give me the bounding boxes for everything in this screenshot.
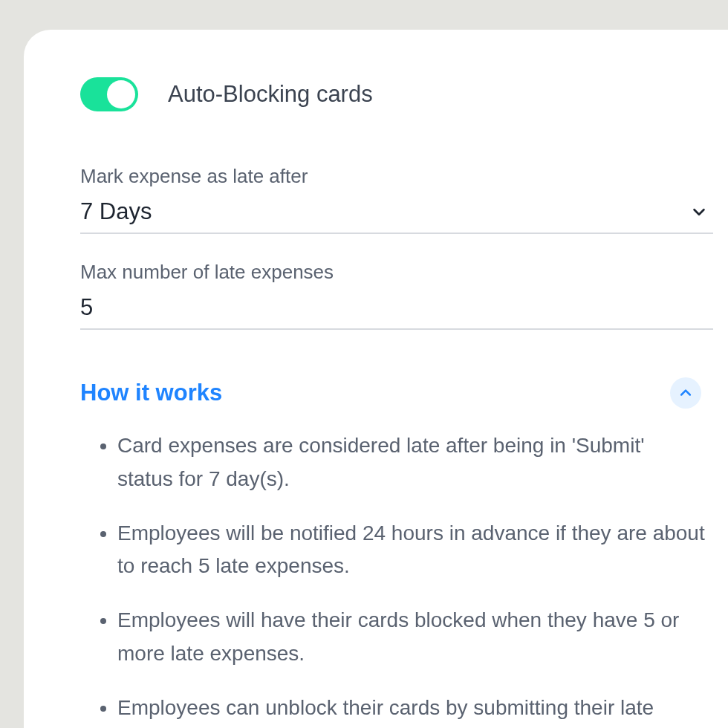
list-item: Card expenses are considered late after … — [117, 429, 706, 496]
max-late-input[interactable] — [80, 294, 713, 321]
list-item: Employees will be notified 24 hours in a… — [117, 517, 706, 584]
max-late-label: Max number of late expenses — [80, 261, 713, 284]
list-item: Employees can unblock their cards by sub… — [117, 692, 706, 728]
late-after-select[interactable]: 7 Days — [80, 198, 713, 234]
how-it-works-list: Card expenses are considered late after … — [80, 429, 713, 728]
auto-blocking-toggle[interactable] — [80, 77, 138, 111]
how-it-works-title: How it works — [80, 380, 222, 406]
chevron-up-icon — [670, 377, 701, 409]
max-late-field: Max number of late expenses — [80, 261, 713, 330]
auto-blocking-toggle-row: Auto-Blocking cards — [80, 77, 713, 111]
toggle-knob — [107, 80, 135, 108]
list-item: Employees will have their cards blocked … — [117, 604, 706, 671]
chevron-down-icon — [691, 204, 707, 220]
late-after-value: 7 Days — [80, 198, 152, 225]
settings-card: Auto-Blocking cards Mark expense as late… — [24, 30, 728, 728]
late-after-field: Mark expense as late after 7 Days — [80, 165, 713, 234]
late-after-label: Mark expense as late after — [80, 165, 713, 188]
auto-blocking-title: Auto-Blocking cards — [168, 81, 373, 108]
how-it-works-toggle[interactable]: How it works — [80, 377, 713, 409]
max-late-input-row — [80, 294, 713, 330]
